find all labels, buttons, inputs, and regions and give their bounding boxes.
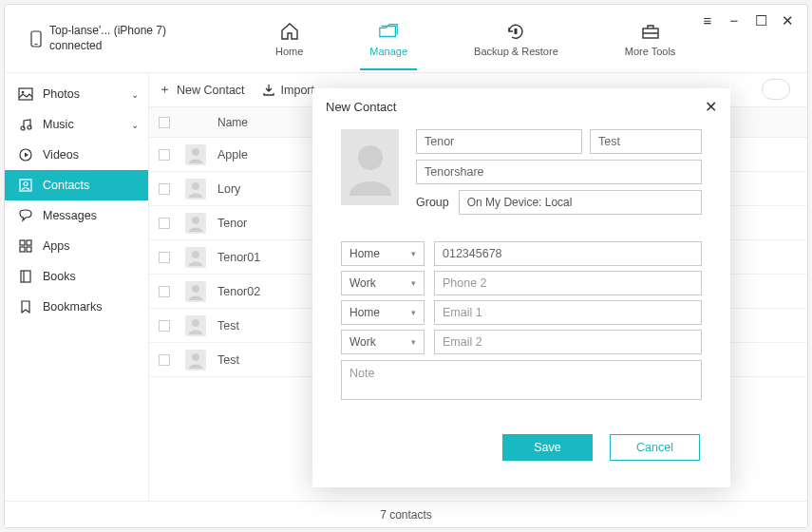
row-checkbox[interactable]: [159, 183, 170, 195]
field-value-input[interactable]: [434, 271, 702, 295]
sidebar-item-contacts[interactable]: Contacts: [5, 170, 148, 200]
new-contact-dialog: New Contact ✕ Group On My Devi: [312, 88, 730, 487]
device-info: Top-lanse'... (iPhone 7) connected: [5, 24, 228, 53]
chevron-down-icon: ▾: [411, 249, 416, 258]
svg-point-19: [192, 182, 199, 190]
message-icon: [18, 208, 33, 223]
field-type-label: Home: [349, 306, 380, 319]
note-input[interactable]: [341, 360, 702, 400]
field-row: Home ▾: [341, 241, 702, 266]
svg-rect-12: [20, 240, 25, 245]
sidebar-item-messages[interactable]: Messages: [5, 200, 148, 231]
contact-name: Test: [217, 353, 239, 367]
svg-point-21: [192, 251, 199, 258]
field-value-input[interactable]: [434, 241, 702, 266]
backup-icon: [505, 21, 526, 42]
svg-point-8: [28, 125, 31, 129]
apps-icon: [18, 238, 33, 254]
close-window-button[interactable]: ✕: [779, 12, 796, 29]
group-label: Group: [416, 196, 449, 209]
music-icon: [18, 117, 33, 132]
import-label: Import: [281, 84, 314, 97]
company-input[interactable]: [416, 160, 702, 184]
svg-rect-1: [35, 44, 38, 45]
sidebar-label: Messages: [43, 209, 97, 222]
play-icon: [18, 147, 33, 162]
footer: 7 contacts: [5, 501, 807, 527]
row-checkbox[interactable]: [159, 218, 170, 229]
field-type-label: Work: [349, 335, 376, 349]
field-type-select[interactable]: Home ▾: [341, 300, 425, 325]
device-status: connected: [49, 39, 166, 54]
field-type-select[interactable]: Work ▾: [341, 330, 425, 354]
sidebar-item-music[interactable]: Music ⌄: [5, 109, 148, 140]
field-value-input[interactable]: [434, 300, 702, 325]
svg-point-20: [192, 217, 199, 224]
svg-point-18: [192, 148, 199, 156]
save-button[interactable]: Save: [502, 434, 593, 461]
cancel-button[interactable]: Cancel: [610, 434, 700, 461]
svg-rect-5: [19, 88, 32, 100]
avatar-icon: [185, 179, 206, 200]
tab-home-label: Home: [275, 46, 303, 57]
select-all-checkbox[interactable]: [159, 117, 170, 128]
row-checkbox[interactable]: [159, 320, 170, 332]
field-value-input[interactable]: [434, 330, 702, 354]
save-label: Save: [534, 441, 561, 454]
row-checkbox[interactable]: [159, 286, 170, 297]
sidebar-item-videos[interactable]: Videos: [5, 140, 148, 170]
import-icon: [262, 84, 275, 97]
chevron-down-icon: ⌄: [131, 120, 139, 130]
svg-rect-2: [515, 28, 518, 34]
window-controls: ≡ − ☐ ✕: [699, 12, 796, 29]
svg-point-6: [22, 91, 25, 94]
sidebar-label: Music: [43, 118, 74, 131]
contact-count: 7 contacts: [380, 508, 432, 522]
tab-manage[interactable]: Manage: [369, 21, 407, 57]
row-checkbox[interactable]: [159, 149, 170, 161]
field-type-select[interactable]: Work ▾: [341, 271, 425, 295]
image-icon: [18, 86, 33, 102]
avatar-icon: [185, 144, 206, 165]
tab-tools-label: More Tools: [625, 46, 676, 57]
home-icon: [279, 21, 300, 42]
group-select[interactable]: On My Device: Local: [459, 190, 702, 215]
menu-icon[interactable]: ≡: [699, 12, 716, 29]
tab-more-tools[interactable]: More Tools: [625, 21, 676, 57]
tab-home[interactable]: Home: [275, 21, 303, 57]
sidebar-label: Apps: [43, 239, 70, 253]
avatar-icon: [185, 247, 206, 268]
contact-icon: [18, 178, 33, 193]
minimize-button[interactable]: −: [726, 12, 743, 29]
sidebar-item-apps[interactable]: Apps: [5, 231, 148, 261]
sidebar-item-books[interactable]: Books: [5, 261, 148, 292]
header: Top-lanse'... (iPhone 7) connected Home …: [5, 5, 807, 73]
search-input[interactable]: [762, 79, 790, 100]
close-icon[interactable]: ✕: [705, 98, 717, 116]
bookmark-icon: [18, 299, 33, 314]
svg-point-25: [358, 145, 383, 170]
phone-icon: [30, 30, 42, 48]
tab-manage-label: Manage: [369, 46, 407, 57]
contact-name: Apple: [217, 148, 248, 162]
avatar-icon: [185, 213, 206, 234]
last-name-input[interactable]: [590, 129, 702, 154]
field-type-select[interactable]: Home ▾: [341, 241, 425, 266]
device-name: Top-lanse'... (iPhone 7): [49, 24, 166, 39]
tab-backup-restore[interactable]: Backup & Restore: [474, 21, 558, 57]
avatar-icon: [185, 281, 206, 302]
row-checkbox[interactable]: [159, 354, 170, 366]
sidebar-item-bookmarks[interactable]: Bookmarks: [5, 292, 148, 322]
maximize-button[interactable]: ☐: [752, 12, 769, 29]
contact-name: Tenor: [217, 217, 247, 230]
avatar-placeholder[interactable]: [341, 129, 399, 205]
sidebar-label: Photos: [43, 87, 80, 101]
svg-rect-16: [21, 271, 30, 282]
row-checkbox[interactable]: [159, 252, 170, 263]
sidebar-item-photos[interactable]: Photos ⌄: [5, 79, 148, 109]
import-button[interactable]: Import: [262, 84, 314, 97]
folder-icon: [378, 21, 399, 42]
contact-name: Lory: [217, 182, 240, 196]
new-contact-button[interactable]: ＋ New Contact: [159, 82, 245, 98]
first-name-input[interactable]: [416, 129, 582, 154]
